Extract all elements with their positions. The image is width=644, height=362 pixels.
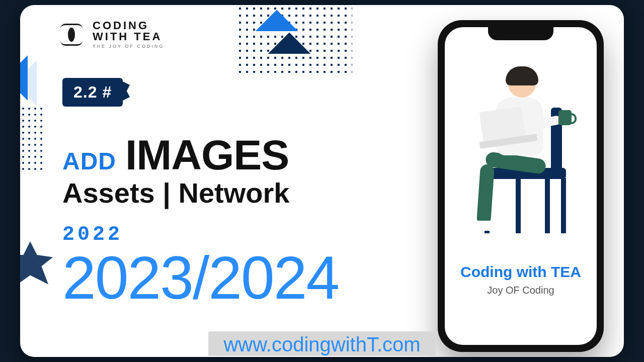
phone-subtitle: Joy OF Coding [445, 285, 597, 296]
brand-mark-icon [57, 21, 86, 49]
phone-title: Coding with TEA [445, 263, 597, 281]
brand-logo: CODING WITH TEA THE JOY OF CODING [57, 20, 164, 49]
brand-text: CODING WITH TEA THE JOY OF CODING [93, 20, 164, 49]
dot-strip-decoration [20, 106, 43, 171]
headline-row2: Assets | Network [62, 176, 339, 209]
phone-screen: Coding with TEA Joy OF Coding [445, 27, 597, 345]
brand-line2: WITH TEA [93, 31, 164, 42]
headline-row1: ADD IMAGES [62, 131, 339, 179]
mug-icon [558, 110, 572, 125]
headline-accent: ADD [62, 147, 116, 175]
stage: CODING WITH TEA THE JOY OF CODING 2.2 # … [0, 0, 644, 362]
brand-tagline: THE JOY OF CODING [93, 44, 164, 49]
chevron-left-icon [20, 55, 28, 101]
headline-main: IMAGES [125, 131, 289, 179]
phone-mockup: Coding with TEA Joy OF Coding [438, 20, 604, 352]
footer-url-text: www.codingwithT.com [208, 331, 435, 356]
flutter-logo-icon [262, 16, 322, 76]
headline-block: ADD IMAGES Assets | Network 2022 2023/20… [62, 131, 339, 312]
character-illustration [460, 62, 581, 233]
thumbnail-card: CODING WITH TEA THE JOY OF CODING 2.2 # … [20, 5, 624, 357]
lesson-number-chip: 2.2 # [62, 78, 123, 107]
headline-year-big: 2023/2024 [62, 243, 339, 312]
brand-line1: CODING [93, 20, 164, 31]
phone-notch [488, 27, 553, 40]
ink-splat-decoration [20, 241, 53, 287]
footer-url: www.codingwithT.com [20, 331, 624, 356]
